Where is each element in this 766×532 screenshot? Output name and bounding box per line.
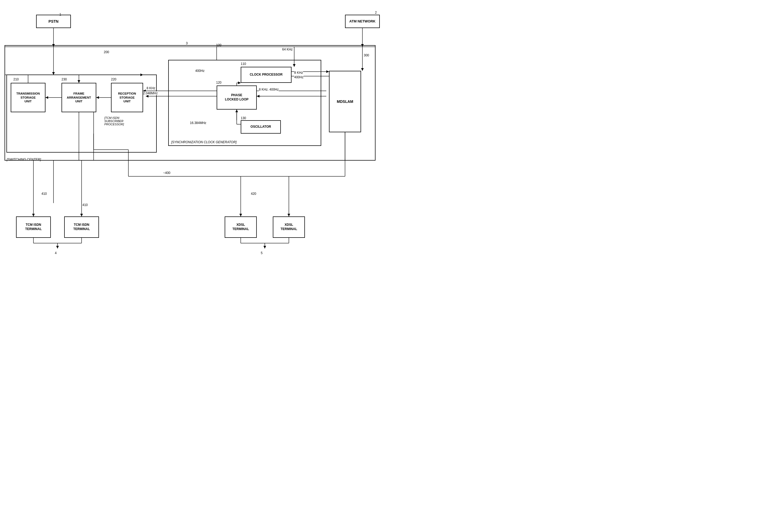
atm-network-box: ATM NETWORK — [345, 15, 380, 28]
freq-16mhz: 16.384MHz — [190, 121, 206, 125]
tcm-isdn-subscriber-label: [TCM ISDNSUBSCRIBERPROCESSOR] — [104, 116, 124, 126]
freq-400hz-cp: 400Hz — [195, 69, 205, 73]
svg-marker-13 — [293, 64, 296, 67]
clock-processor-box: CLOCK PROCESSOR — [241, 67, 292, 83]
ref-120: 120 — [216, 81, 222, 84]
ref-110: 110 — [241, 62, 246, 66]
svg-marker-44 — [80, 214, 83, 216]
oscillator-box: OSCILLATOR — [241, 120, 281, 134]
svg-marker-17 — [96, 96, 99, 99]
svg-marker-9 — [52, 72, 55, 75]
svg-marker-21 — [146, 95, 148, 98]
svg-marker-27 — [238, 81, 241, 84]
svg-marker-4 — [52, 44, 55, 47]
ref-210: 210 — [13, 77, 19, 81]
svg-marker-23 — [326, 70, 329, 73]
ref-230: 230 — [61, 77, 67, 81]
xdsl-terminal-2-box: XDSLTERMINAL — [273, 216, 305, 238]
ref-400: ~400 — [163, 171, 170, 175]
freq-2048mhz: 2.048MHz — [143, 91, 158, 95]
diagram-svg — [0, 0, 383, 266]
svg-marker-67 — [77, 80, 80, 83]
svg-marker-49 — [56, 246, 59, 248]
svg-marker-60 — [264, 246, 266, 248]
ref-130: 130 — [241, 116, 246, 120]
svg-marker-6 — [361, 44, 364, 47]
phase-locked-loop-box: PHASELOCKED LOOP — [217, 86, 257, 110]
mdslam-box: MDSLAM — [329, 71, 361, 132]
svg-marker-55 — [288, 214, 290, 216]
ref-100: 100 — [216, 43, 222, 47]
diagram-container: PSTN ATM NETWORK TRANSMISSIONSTORAGEUNIT… — [0, 0, 383, 266]
ref-200: 200 — [104, 50, 109, 54]
ref-420: 420 — [251, 192, 256, 196]
frame-arrangement-box: FRAMEARRANGEMENTUNIT — [61, 83, 96, 112]
svg-marker-29 — [257, 95, 260, 98]
svg-marker-53 — [240, 214, 242, 216]
switching-center-label: [SWITCHING CENTER] — [7, 158, 41, 161]
transmission-storage-box: TRANSMISSIONSTORAGEUNIT — [11, 83, 45, 112]
freq-8khz-pll: 8 KHz. 400Hz — [259, 88, 279, 91]
ref-4: 4 — [55, 251, 57, 255]
ref-5: 5 — [261, 251, 263, 255]
freq-64khz: 64 KHz — [282, 48, 293, 51]
freq-8khz-out: 8 KHz — [294, 71, 303, 75]
freq-400hz-out: 400Hz — [294, 75, 304, 79]
tcm-isdn-terminal-1-box: TCM ISDNTERMINAL — [16, 216, 51, 238]
xdsl-terminal-1-box: XDSLTERMINAL — [225, 216, 257, 238]
svg-marker-69 — [140, 73, 143, 76]
svg-marker-42 — [32, 214, 35, 216]
freq-8khz: 8 KHz — [146, 86, 155, 90]
ref-3: 3 — [186, 41, 188, 45]
reception-storage-box: RECEPTIONSTORAGEUNIT — [111, 83, 143, 112]
tcm-isdn-terminal-2-box: TCM ISDNTERMINAL — [64, 216, 99, 238]
ref-300: 300 — [364, 53, 369, 57]
svg-marker-11 — [361, 68, 364, 71]
sync-clock-generator-label: [SYNCHRONIZATION CLOCK GENERATOR] — [171, 140, 237, 144]
ref-220: 220 — [111, 77, 116, 81]
svg-marker-32 — [235, 110, 238, 112]
pstn-box: PSTN — [36, 15, 71, 28]
svg-marker-15 — [45, 96, 48, 99]
ref-410a: 410 — [41, 192, 47, 196]
ref-2: 2 — [375, 11, 377, 14]
ref-1: 1 — [59, 13, 61, 16]
ref-410b: 410 — [82, 203, 88, 207]
